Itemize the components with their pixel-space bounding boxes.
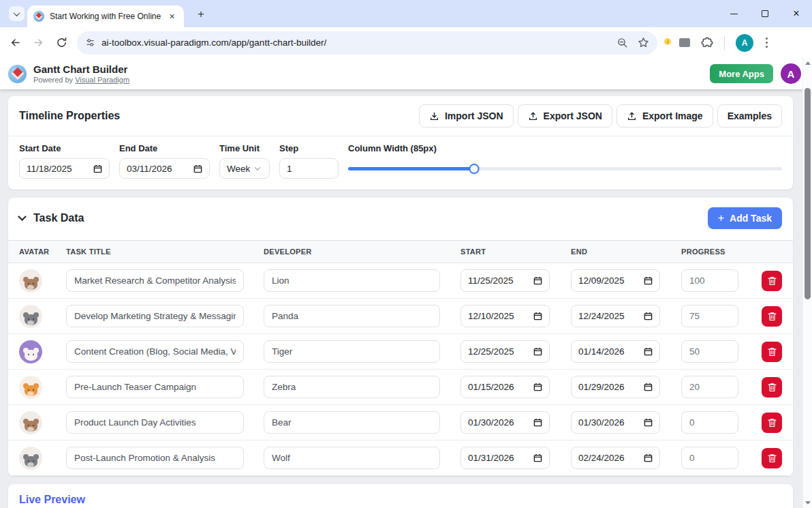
close-button[interactable]: × <box>781 0 812 27</box>
more-apps-button[interactable]: More Apps <box>710 64 773 83</box>
slider-thumb[interactable] <box>469 164 479 174</box>
calendar-icon[interactable] <box>533 312 542 320</box>
new-tab-button[interactable]: + <box>193 6 209 23</box>
task-title-input[interactable] <box>66 305 244 327</box>
export-json-button[interactable]: Export JSON <box>518 104 612 128</box>
task-title-input[interactable] <box>66 447 244 469</box>
start-date-input[interactable]: 11/25/2025 <box>460 269 550 292</box>
chevron-down-icon <box>255 164 260 170</box>
task-avatar <box>19 269 42 293</box>
maximize-icon <box>762 10 768 17</box>
forward-button[interactable] <box>27 31 50 55</box>
progress-input[interactable] <box>681 376 738 398</box>
back-button[interactable] <box>3 31 27 55</box>
bookmark-star-icon <box>638 37 649 48</box>
delete-task-button[interactable] <box>762 413 782 433</box>
delete-task-button[interactable] <box>762 342 782 362</box>
task-avatar <box>19 376 42 399</box>
table-row: 11/25/2025 12/09/2025 <box>8 263 793 299</box>
start-date-input[interactable]: 01/30/2026 <box>460 411 550 434</box>
start-date-input[interactable]: 12/10/2025 <box>460 305 550 327</box>
end-date-input[interactable]: 03/11/2026 <box>119 158 210 179</box>
maximize-button[interactable] <box>749 0 781 27</box>
task-title-input[interactable] <box>66 376 244 398</box>
bookmark-button[interactable] <box>638 37 649 48</box>
calendar-icon[interactable] <box>93 164 102 173</box>
calendar-icon[interactable] <box>533 383 542 391</box>
delete-task-button[interactable] <box>762 271 782 291</box>
page-scrollbar[interactable] <box>802 58 812 508</box>
task-avatar <box>19 305 42 328</box>
calendar-icon[interactable] <box>193 164 202 173</box>
delete-task-button[interactable] <box>762 448 782 468</box>
calendar-icon[interactable] <box>533 453 542 462</box>
task-title-input[interactable] <box>66 411 244 434</box>
scroll-down-arrow-icon[interactable] <box>805 501 811 505</box>
scrollbar-thumb[interactable] <box>805 88 811 299</box>
developer-input[interactable] <box>264 340 440 363</box>
tab-search-button[interactable] <box>9 6 25 21</box>
trash-icon <box>768 312 777 321</box>
calendar-icon[interactable] <box>644 347 653 356</box>
user-avatar[interactable]: A <box>781 63 801 84</box>
start-date-input[interactable]: 01/31/2026 <box>460 447 550 469</box>
browser-profile-avatar[interactable]: A <box>736 34 753 52</box>
end-date-input[interactable]: 01/29/2026 <box>571 376 660 398</box>
calendar-icon[interactable] <box>644 383 653 391</box>
task-title-input[interactable] <box>66 340 244 363</box>
delete-task-button[interactable] <box>762 377 782 398</box>
progress-input[interactable] <box>681 269 738 292</box>
progress-input[interactable] <box>681 447 738 469</box>
extensions-button[interactable] <box>701 37 713 49</box>
import-json-button[interactable]: Import JSON <box>419 104 514 128</box>
time-unit-select[interactable]: Week <box>219 158 270 179</box>
progress-input[interactable] <box>681 305 738 327</box>
developer-input[interactable] <box>264 411 440 434</box>
calendar-icon[interactable] <box>533 418 542 427</box>
end-date-input[interactable]: 01/14/2026 <box>571 340 660 363</box>
zoom-out-button[interactable] <box>616 37 628 48</box>
start-date-input[interactable]: 01/15/2026 <box>460 376 550 398</box>
collapse-chevron-icon[interactable] <box>18 212 27 221</box>
calendar-icon[interactable] <box>644 276 653 285</box>
end-date-input[interactable]: 01/30/2026 <box>571 411 660 434</box>
calendar-icon[interactable] <box>644 453 653 462</box>
minimize-button[interactable] <box>718 0 749 27</box>
delete-task-button[interactable] <box>762 306 782 327</box>
export-image-button[interactable]: Export Image <box>616 104 713 128</box>
start-date-field: Start Date 11/18/2025 <box>19 143 110 179</box>
tab-close-icon[interactable]: × <box>166 11 178 23</box>
start-date-input[interactable]: 11/18/2025 <box>19 158 110 179</box>
developer-input[interactable] <box>264 376 440 398</box>
favicon-visual-paradigm-icon <box>33 11 44 22</box>
trash-icon <box>768 276 777 286</box>
developer-input[interactable] <box>264 269 440 292</box>
task-table-header: AVATAR TASK TITLE DEVELOPER START END PR… <box>8 240 793 263</box>
end-date-input[interactable]: 02/24/2026 <box>571 447 660 469</box>
start-date-input[interactable]: 12/25/2025 <box>460 340 550 363</box>
examples-button[interactable]: Examples <box>717 104 782 128</box>
progress-input[interactable] <box>681 411 738 434</box>
task-title-input[interactable] <box>66 269 244 292</box>
comment-bubble-icon[interactable] <box>679 38 690 47</box>
column-width-slider[interactable] <box>348 158 782 179</box>
browser-menu-button[interactable] <box>764 36 769 48</box>
calendar-icon[interactable] <box>533 276 542 285</box>
end-date-input[interactable]: 12/24/2025 <box>571 305 660 327</box>
progress-input[interactable] <box>681 340 738 363</box>
address-bar[interactable]: ai-toolbox.visual-paradigm.com/app/gantt… <box>77 31 657 55</box>
developer-input[interactable] <box>264 447 440 469</box>
reload-button[interactable] <box>50 31 73 55</box>
browser-tab[interactable]: Start Working with Free Online × <box>27 5 184 27</box>
calendar-icon[interactable] <box>644 418 653 427</box>
scroll-up-arrow-icon[interactable] <box>805 61 811 65</box>
tab-title: Start Working with Free Online <box>50 12 162 21</box>
calendar-icon[interactable] <box>644 312 653 320</box>
table-row: 01/15/2026 01/29/2026 <box>8 370 793 405</box>
step-input[interactable]: 1 <box>279 158 339 179</box>
visual-paradigm-link[interactable]: Visual Paradigm <box>75 76 129 84</box>
add-task-button[interactable]: + Add Task <box>708 207 782 229</box>
calendar-icon[interactable] <box>533 347 542 356</box>
developer-input[interactable] <box>264 305 440 327</box>
end-date-input[interactable]: 12/09/2025 <box>571 269 660 292</box>
